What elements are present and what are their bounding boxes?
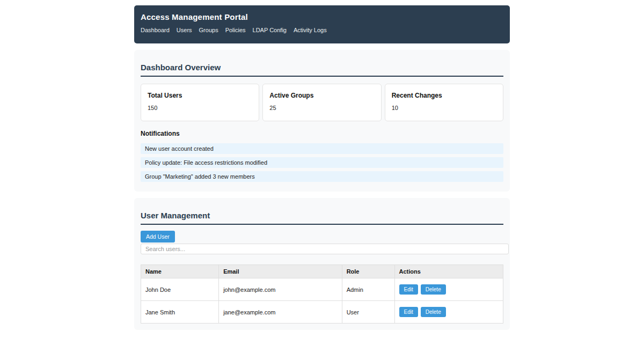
notification-item: Policy update: File access restrictions …: [141, 157, 503, 168]
nav-item-dashboard[interactable]: Dashboard: [141, 27, 170, 33]
notification-item: New user account created: [141, 143, 503, 154]
active-groups-card: Active Groups 25: [262, 84, 381, 121]
total-users-card-value: 150: [148, 105, 252, 111]
total-users-card: Total Users 150: [141, 84, 259, 121]
total-users-card-title: Total Users: [148, 92, 252, 99]
column-header-name: Name: [141, 265, 219, 278]
recent-changes-card: Recent Changes 10: [385, 84, 503, 121]
user-role-cell: Admin: [342, 278, 394, 301]
user-actions-cell: Edit Delete: [394, 301, 503, 324]
user-role-cell: User: [342, 301, 394, 324]
notifications-heading: Notifications: [141, 130, 503, 137]
page-container: Access Management Portal Dashboard Users…: [134, 0, 510, 338]
nav-item-policies[interactable]: Policies: [225, 27, 246, 33]
user-actions-cell: Edit Delete: [394, 278, 503, 301]
table-row: John Doe john@example.com Admin Edit Del…: [141, 278, 503, 301]
app-title: Access Management Portal: [141, 12, 503, 21]
active-groups-card-title: Active Groups: [269, 92, 374, 99]
app-header: Access Management Portal Dashboard Users…: [134, 5, 510, 43]
nav-item-users[interactable]: Users: [177, 27, 192, 33]
user-email-cell: jane@example.com: [219, 301, 342, 324]
recent-changes-card-value: 10: [392, 105, 496, 111]
search-users-input[interactable]: [141, 244, 509, 254]
user-name-cell: Jane Smith: [141, 301, 219, 324]
dashboard-overview-heading: Dashboard Overview: [141, 63, 503, 77]
notification-item: Group "Marketing" added 3 new members: [141, 171, 503, 182]
column-header-role: Role: [342, 265, 394, 278]
users-table: Name Email Role Actions John Doe john@ex…: [141, 264, 503, 324]
add-user-button[interactable]: Add User: [141, 231, 175, 243]
column-header-actions: Actions: [394, 265, 503, 278]
users-table-header-row: Name Email Role Actions: [141, 265, 503, 278]
user-management-heading: User Management: [141, 211, 503, 225]
edit-user-button[interactable]: Edit: [399, 284, 418, 295]
user-name-cell: John Doe: [141, 278, 219, 301]
delete-user-button[interactable]: Delete: [421, 307, 446, 317]
delete-user-button[interactable]: Delete: [421, 284, 446, 295]
user-email-cell: john@example.com: [219, 278, 342, 301]
nav-item-groups[interactable]: Groups: [199, 27, 218, 33]
nav-item-activity-logs[interactable]: Activity Logs: [294, 27, 327, 33]
user-management-section: User Management Add User Name Email Role…: [134, 198, 510, 330]
main-nav: Dashboard Users Groups Policies LDAP Con…: [141, 27, 503, 33]
stat-cards-row: Total Users 150 Active Groups 25 Recent …: [141, 84, 503, 121]
active-groups-card-value: 25: [269, 105, 374, 111]
table-row: Jane Smith jane@example.com User Edit De…: [141, 301, 503, 324]
edit-user-button[interactable]: Edit: [399, 307, 418, 317]
column-header-email: Email: [219, 265, 342, 278]
recent-changes-card-title: Recent Changes: [392, 92, 496, 99]
nav-item-ldap-config[interactable]: LDAP Config: [253, 27, 287, 33]
notifications-list: New user account created Policy update: …: [141, 143, 503, 182]
dashboard-overview-section: Dashboard Overview Total Users 150 Activ…: [134, 50, 510, 192]
